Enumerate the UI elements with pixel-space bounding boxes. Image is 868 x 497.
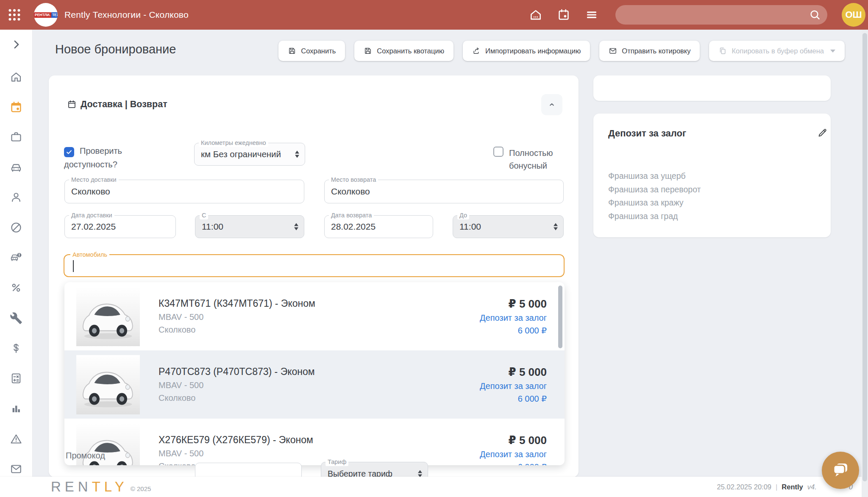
car-option-title: Р470ТС873 (Р470ТС873) - Эконом: [159, 366, 315, 378]
delivery-place-input[interactable]: Место доставки Сколково: [64, 180, 304, 203]
page-scrollbar[interactable]: [862, 30, 868, 497]
sidebar-item-calendar-icon-active[interactable]: [10, 101, 22, 114]
clipboard-copy-icon: [718, 47, 727, 55]
select-stepper-icon: [294, 223, 298, 230]
delivery-date-input[interactable]: Дата доставки 27.02.2025: [64, 215, 176, 238]
sidebar-item-person-icon[interactable]: [10, 191, 22, 204]
time-to-select[interactable]: До 11:00: [453, 215, 564, 238]
collapse-card-button[interactable]: [541, 94, 562, 115]
check-availability-checkbox[interactable]: [64, 147, 74, 157]
sidebar-item-briefcase-icon[interactable]: [10, 130, 22, 143]
sidebar-item-ban-icon[interactable]: [10, 221, 22, 234]
text-cursor: [73, 260, 74, 272]
franchise-item: Франшиза за кражу: [608, 196, 701, 210]
check-availability-field: Проверить доступность?: [64, 144, 138, 171]
car-option[interactable]: Х276КЕ579 (Х276КЕ579) - Эконом MBAV - 50…: [64, 419, 565, 465]
km-daily-value: км Без ограничений: [201, 143, 281, 165]
search-bar: [615, 5, 827, 25]
promo-code-label: Промокод: [66, 451, 105, 461]
expand-sidebar-icon[interactable]: [10, 38, 22, 51]
copyright: © 2025: [131, 485, 151, 492]
time-from-select[interactable]: С 11:00: [195, 215, 304, 238]
car-option-highlighted[interactable]: Р470ТС873 (Р470ТС873) - Эконом MBAV - 50…: [64, 350, 565, 419]
save-icon: [364, 47, 372, 55]
booking-card-title: Доставка | Возврат: [81, 99, 167, 110]
car-option-deposit-label: Депозит за залог: [480, 313, 547, 323]
km-daily-select[interactable]: Километры ежедневно км Без ограничений: [194, 143, 305, 166]
edit-pencil-icon[interactable]: [817, 127, 828, 138]
sidebar-item-warning-icon[interactable]: [10, 433, 22, 445]
chat-bubble-icon: [830, 460, 851, 480]
copy-clipboard-button-label: Копировать в буфер обмена: [732, 47, 824, 55]
mail-icon: [609, 47, 617, 55]
save-quote-button-label: Сохранить квотацию: [377, 47, 444, 55]
franchise-item: Франшиза за град: [608, 210, 701, 223]
page-scrollbar-thumb[interactable]: [862, 33, 867, 481]
franchise-list: Франшиза за ущерб Франшиза за переворот …: [608, 169, 701, 223]
rently-footer-logo: RENTLY © 2025: [51, 477, 151, 497]
search-icon[interactable]: [809, 8, 821, 21]
sidebar-item-mail-icon[interactable]: [10, 463, 22, 475]
apps-grid-icon[interactable]: [7, 7, 22, 22]
select-stepper-icon: [418, 470, 422, 478]
car-option-deposit-value: 6 000 ₽: [518, 394, 547, 404]
save-icon: [288, 47, 296, 55]
footer-separator: |: [776, 483, 777, 491]
save-button-label: Сохранить: [301, 47, 336, 55]
import-info-button[interactable]: Импортировать информацию: [463, 41, 590, 61]
avatar[interactable]: ОШ: [842, 3, 865, 27]
sidebar-item-calculator-icon[interactable]: [10, 372, 22, 385]
delivery-date-value: 27.02.2025: [71, 216, 116, 238]
app-bar: РЕНТЛИ. ТЕХ Rently Технологии - Сколково: [0, 0, 868, 30]
fully-bonus-checkbox[interactable]: [493, 147, 504, 157]
save-button[interactable]: Сохранить: [278, 41, 345, 61]
menu-icon[interactable]: [585, 8, 598, 22]
select-stepper-icon: [554, 223, 558, 230]
return-date-value: 28.02.2025: [331, 216, 376, 238]
car-option[interactable]: К347МТ671 (К347МТ671) - Эконом MBAV - 50…: [64, 282, 565, 350]
sidebar-item-bar-chart-icon[interactable]: [10, 402, 22, 415]
company-logo[interactable]: РЕНТЛИ. ТЕХ: [34, 3, 58, 27]
home-icon[interactable]: [529, 8, 542, 22]
franchise-item: Франшиза за ущерб: [608, 169, 701, 183]
app-title: Rently Технологии - Сколково: [64, 0, 189, 30]
sidebar-item-car-icon[interactable]: [10, 161, 22, 174]
footer-logo-gray: REN: [51, 479, 92, 495]
car-option-price: ₽ 5 000: [509, 434, 547, 447]
chevron-up-icon: [548, 100, 556, 109]
sidebar-item-percent-icon[interactable]: [10, 281, 22, 294]
send-quote-button[interactable]: Отправить котировку: [599, 41, 700, 61]
car-option-location: Сколково: [159, 325, 315, 335]
summary-card-empty: [593, 75, 831, 101]
card-calendar-icon: [67, 100, 77, 109]
car-option-deposit-label: Депозит за залог: [480, 450, 547, 459]
car-option-model: MBAV - 500: [159, 312, 315, 322]
footer-logo-orange: TLY: [92, 479, 128, 495]
copy-clipboard-button[interactable]: Копировать в буфер обмена: [709, 41, 845, 61]
page-title: Новое бронирование: [55, 42, 176, 56]
return-date-input[interactable]: Дата возврата 28.02.2025: [324, 215, 433, 238]
return-place-input[interactable]: Место возврата Сколково: [324, 180, 564, 203]
car-search-input[interactable]: Автомобиль: [64, 254, 565, 277]
footer-datetime: 25.02.2025 20:09: [717, 483, 771, 491]
logo-badge-blue: ТЕХ: [51, 12, 58, 18]
search-input[interactable]: [624, 5, 804, 25]
chat-widget-button[interactable]: [822, 452, 859, 489]
sidebar-item-wrench-icon[interactable]: [10, 312, 22, 325]
car-photo: [76, 355, 140, 414]
dropdown-scrollbar[interactable]: [558, 286, 562, 348]
select-stepper-icon: [295, 151, 299, 158]
sidebar-item-dollar-icon[interactable]: [10, 342, 22, 355]
time-from-value: 11:00: [202, 216, 223, 238]
sidebar-item-home-icon[interactable]: [10, 71, 22, 83]
fully-bonus-label: Полностью бонусный: [509, 147, 558, 172]
logo-badge-red: РЕНТЛИ.: [34, 12, 51, 18]
car-option-model: MBAV - 500: [159, 449, 313, 458]
sidebar: [0, 30, 33, 497]
save-quote-button[interactable]: Сохранить квотацию: [354, 41, 453, 61]
sidebar-item-car-alert-icon[interactable]: [10, 251, 22, 264]
screen: РЕНТЛИ. ТЕХ Rently Технологии - Сколково: [0, 0, 868, 497]
calendar-icon[interactable]: [557, 8, 570, 22]
car-option-deposit-value: 6 000 ₽: [518, 325, 547, 336]
car-option-price: ₽ 5 000: [509, 297, 547, 311]
